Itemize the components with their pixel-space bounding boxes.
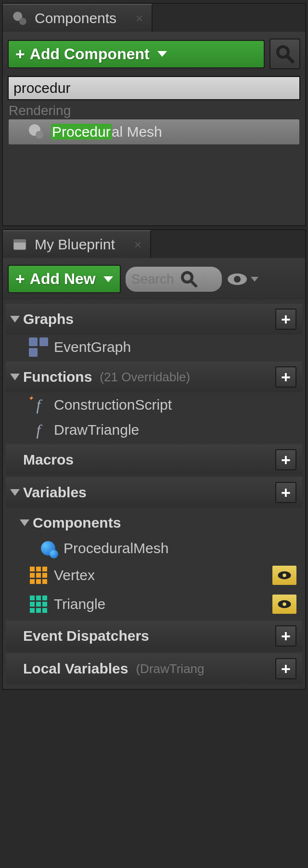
item-label: Vertex — [54, 567, 95, 583]
add-local-variable-button[interactable]: + — [275, 658, 296, 679]
eye-icon — [227, 272, 248, 287]
components-tab[interactable]: Components × — [3, 4, 153, 32]
category-local-variables[interactable]: Local Variables (DrawTriang + — [6, 653, 302, 684]
components-tab-title: Components — [35, 10, 116, 26]
chevron-down-icon — [251, 277, 258, 282]
expand-icon — [10, 489, 20, 496]
category-label: Graphs — [23, 311, 74, 327]
eye-icon — [276, 570, 293, 581]
component-icon — [39, 540, 57, 557]
plus-icon: + — [15, 45, 25, 64]
item-label: DrawTriangle — [54, 422, 139, 438]
search-category-label: Rendering — [3, 102, 305, 119]
tree-item-eventgraph[interactable]: EventGraph — [6, 335, 302, 360]
mesh-icon — [28, 123, 45, 141]
function-icon: f — [30, 421, 47, 439]
blueprint-tab-title: My Blueprint — [35, 236, 115, 253]
category-label: Variables — [23, 484, 87, 501]
visibility-toggle[interactable] — [271, 594, 297, 615]
item-label: EventGraph — [54, 339, 131, 355]
add-function-button[interactable]: + — [275, 366, 296, 388]
close-icon[interactable]: × — [136, 11, 143, 26]
construction-function-icon: f — [30, 396, 47, 414]
visibility-toggle[interactable] — [271, 565, 297, 586]
category-sublabel: (21 Overridable) — [100, 370, 190, 385]
category-macros[interactable]: Macros + — [6, 444, 302, 475]
graph-icon — [30, 338, 47, 356]
expand-icon — [20, 519, 29, 526]
category-graphs[interactable]: Graphs + — [6, 304, 302, 335]
tree-item-vertex-var[interactable]: Vertex — [6, 561, 302, 590]
expand-icon — [10, 374, 20, 380]
components-panel: Components × + Add Component Rendering P… — [2, 3, 306, 226]
category-label: Functions — [23, 369, 92, 385]
add-component-label: Add Component — [30, 45, 150, 63]
add-new-button[interactable]: + Add New — [8, 265, 121, 293]
add-graph-button[interactable]: + — [275, 309, 296, 330]
svg-point-1 — [19, 18, 26, 25]
svg-point-15 — [282, 602, 286, 606]
array-icon — [30, 567, 47, 584]
add-component-button[interactable]: + Add Component — [8, 40, 265, 68]
component-search-input[interactable] — [8, 76, 300, 100]
components-tab-icon — [12, 10, 28, 26]
blueprint-tab-icon — [12, 236, 28, 253]
category-event-dispatchers[interactable]: Event Dispatchers + — [6, 621, 302, 651]
add-macro-button[interactable]: + — [275, 449, 296, 470]
search-icon — [275, 44, 295, 64]
svg-line-9 — [191, 281, 196, 286]
svg-rect-7 — [13, 239, 26, 242]
category-components-vars[interactable]: Components — [6, 510, 302, 536]
search-result-label: Procedural Mesh — [51, 124, 162, 140]
category-functions[interactable]: Functions (21 Overridable) + — [6, 362, 302, 392]
category-label: Macros — [23, 452, 74, 468]
blueprint-tree: Graphs + EventGraph Functions (21 Overri… — [3, 300, 305, 689]
array-icon — [30, 596, 47, 613]
blueprint-search[interactable] — [126, 267, 222, 292]
expand-icon — [10, 316, 20, 323]
category-variables[interactable]: Variables + — [6, 477, 302, 508]
my-blueprint-panel: My Blueprint × + Add New — [2, 229, 306, 690]
svg-line-3 — [287, 56, 293, 62]
components-toolbar: + Add Component — [3, 32, 305, 76]
my-blueprint-tab[interactable]: My Blueprint × — [3, 230, 151, 258]
svg-point-5 — [36, 131, 43, 139]
chevron-down-icon — [103, 276, 113, 282]
eye-icon — [276, 598, 293, 610]
category-label: Event Dispatchers — [23, 628, 149, 644]
svg-point-11 — [234, 276, 241, 283]
component-search-row — [3, 76, 305, 102]
search-button[interactable] — [270, 39, 300, 69]
item-label: Triangle — [54, 596, 105, 612]
blueprint-toolbar: + Add New — [3, 258, 305, 300]
close-icon[interactable]: × — [134, 237, 141, 252]
tree-item-triangle-var[interactable]: Triangle — [6, 590, 302, 619]
category-label: Components — [33, 515, 121, 531]
item-label: ProceduralMesh — [64, 540, 168, 557]
blueprint-search-input[interactable] — [131, 272, 180, 287]
chevron-down-icon — [157, 51, 167, 57]
tree-item-proceduralmesh-var[interactable]: ProceduralMesh — [6, 536, 302, 561]
category-sublabel: (DrawTriang — [136, 661, 204, 676]
category-label: Local Variables — [23, 661, 128, 677]
add-new-label: Add New — [30, 270, 96, 288]
svg-point-13 — [282, 573, 286, 577]
blueprint-tab-header: My Blueprint × — [3, 230, 305, 258]
components-tab-header: Components × — [3, 4, 305, 32]
item-label: ConstructionScript — [54, 397, 172, 413]
visibility-filter-dropdown[interactable] — [227, 272, 258, 287]
add-variable-button[interactable]: + — [275, 482, 296, 503]
tree-item-constructionscript[interactable]: f ConstructionScript — [6, 392, 302, 417]
tree-item-drawtriangle[interactable]: f DrawTriangle — [6, 417, 302, 442]
search-result-procedural-mesh[interactable]: Procedural Mesh — [9, 119, 299, 144]
plus-icon: + — [15, 270, 25, 288]
search-icon — [180, 270, 199, 289]
add-dispatcher-button[interactable]: + — [275, 625, 296, 647]
